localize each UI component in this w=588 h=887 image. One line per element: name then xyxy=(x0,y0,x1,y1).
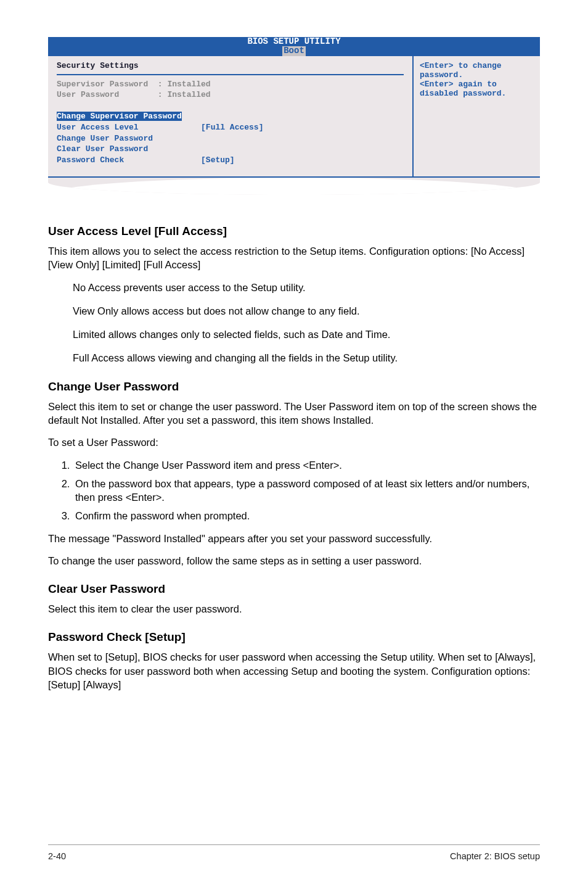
list-item: On the password box that appears, type a… xyxy=(73,477,540,505)
bios-help-line-1: <Enter> to change xyxy=(420,61,534,70)
text-ual-noaccess: No Access prevents user access to the Se… xyxy=(73,281,540,294)
text-clp-desc: Select this item to clear the user passw… xyxy=(48,602,540,616)
page-footer: 2-40 Chapter 2: BIOS setup xyxy=(48,844,540,861)
bios-help-line-3: <Enter> again to xyxy=(420,80,534,89)
bios-help-line-2: password. xyxy=(420,70,534,80)
chapter-title: Chapter 2: BIOS setup xyxy=(450,851,540,861)
bios-change-user-password: Change User Password xyxy=(57,133,404,144)
text-ual-limited: Limited allows changes only to selected … xyxy=(73,328,540,341)
bios-screenshot: BIOS SETUP UTILITY Boot Security Setting… xyxy=(48,37,540,195)
section-user-access-level: User Access Level [Full Access] This ite… xyxy=(48,225,540,365)
bios-user-password: User Password : Installed xyxy=(57,89,404,101)
heading-cup: Change User Password xyxy=(48,380,540,394)
bios-help-panel: <Enter> to change password. <Enter> agai… xyxy=(414,56,540,178)
text-cup-desc: Select this item to set or change the us… xyxy=(48,400,540,427)
heading-clp: Clear User Password xyxy=(48,582,540,596)
bios-left-panel: Security Settings Supervisor Password : … xyxy=(48,56,414,178)
bios-tab-boot: Boot xyxy=(282,46,306,56)
bios-user-access-level: User Access Level [Full Access] xyxy=(57,122,404,133)
bios-clear-user-password: Clear User Password xyxy=(57,144,404,155)
text-cup-change: To change the user password, follow the … xyxy=(48,554,540,567)
text-cup-toset: To set a User Password: xyxy=(48,435,540,449)
text-cup-success: The message "Password Installed" appears… xyxy=(48,532,540,545)
bios-help-line-4: disabled password. xyxy=(420,89,534,98)
bios-password-check: Password Check [Setup] xyxy=(57,155,404,166)
text-ual-viewonly: View Only allows access but does not all… xyxy=(73,304,540,318)
section-clear-user-password: Clear User Password Select this item to … xyxy=(48,582,540,616)
bios-body: Security Settings Supervisor Password : … xyxy=(48,56,540,195)
list-item: Confirm the password when prompted. xyxy=(73,509,540,522)
bios-title: BIOS SETUP UTILITY xyxy=(48,37,540,46)
text-pwc-desc: When set to [Setup], BIOS checks for use… xyxy=(48,650,540,691)
list-item: Select the Change User Password item and… xyxy=(73,458,540,472)
list-cup-steps: Select the Change User Password item and… xyxy=(48,458,540,523)
page-number: 2-40 xyxy=(48,851,66,861)
section-change-user-password: Change User Password Select this item to… xyxy=(48,380,540,567)
bios-change-supervisor: Change Supervisor Password xyxy=(57,112,182,121)
text-ual-fullaccess: Full Access allows viewing and changing … xyxy=(73,351,540,365)
heading-pwc: Password Check [Setup] xyxy=(48,630,540,644)
heading-ual: User Access Level [Full Access] xyxy=(48,225,540,238)
bios-section-title: Security Settings xyxy=(57,61,404,75)
section-password-check: Password Check [Setup] When set to [Setu… xyxy=(48,630,540,691)
bios-supervisor-password: Supervisor Password : Installed xyxy=(57,79,404,90)
text-ual-desc: This item allows you to select the acces… xyxy=(48,244,540,272)
bios-header: BIOS SETUP UTILITY Boot xyxy=(48,37,540,56)
